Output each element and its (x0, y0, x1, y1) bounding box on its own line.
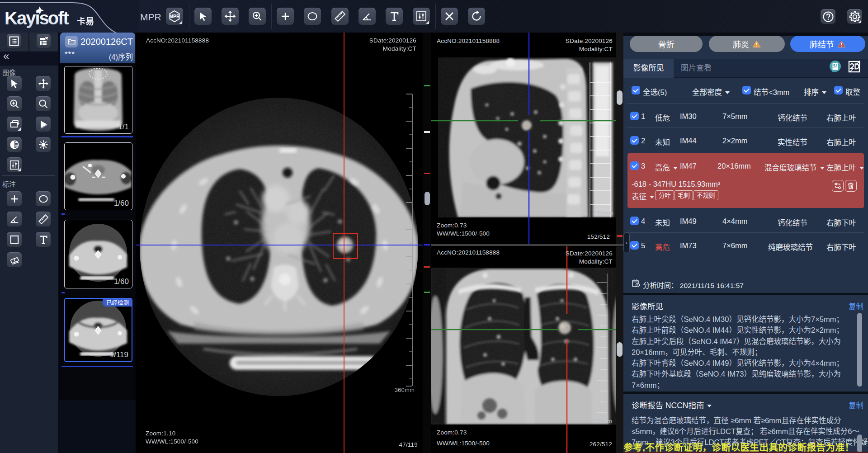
svg-text:卡易: 卡易 (77, 14, 94, 27)
svg-text:Kayisoft: Kayisoft (5, 8, 69, 28)
svg-text:MPR: MPR (169, 14, 180, 19)
